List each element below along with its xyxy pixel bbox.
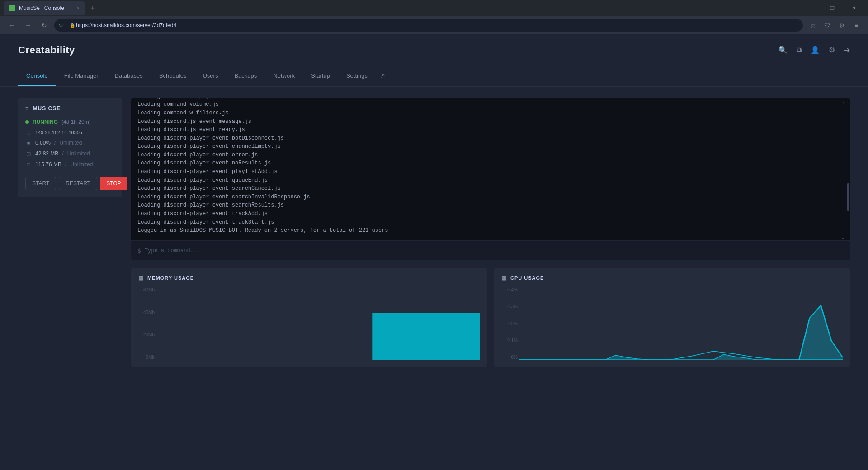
scroll-up-icon[interactable]: ⌃ — [841, 101, 845, 108]
back-button[interactable]: ← — [5, 19, 18, 32]
cpu-chart-icon: ▩ — [501, 275, 507, 281]
console-line: Loading discord-player event trackStart.… — [137, 218, 844, 227]
cpu-chart-svg — [519, 287, 843, 360]
svg-marker-12 — [713, 354, 756, 360]
cpu-chart-title: ▩ CPU USAGE — [501, 275, 843, 281]
browser-tab[interactable]: MusicSe | Console × — [4, 1, 85, 15]
console-scroll-area[interactable]: Loading command debug.jsLoading command … — [131, 98, 850, 240]
cpu-chart-label: CPU USAGE — [510, 275, 544, 281]
cpu-y-03: 0.3% — [501, 304, 518, 309]
start-button[interactable]: START — [25, 177, 56, 190]
nav-tabs: Console File Manager Databases Schedules… — [0, 66, 868, 87]
memory-y-labels: 60Mb 40Mb 20Mb 0Mb — [138, 287, 155, 360]
menu-icon[interactable]: ≡ — [850, 19, 863, 32]
browser-toolbar: ← → ↻ 🛡 🔒 ☆ 🛡 ⚙ ≡ — [0, 16, 868, 34]
window-controls: — ❐ ✕ — [800, 0, 864, 16]
console-input-area: $ — [131, 240, 850, 260]
server-card: ≡ MUSICSE RUNNING (4d 1h 20m) ☼ 149.28.1… — [18, 98, 122, 197]
memory-chart-title: ▩ MEMORY USAGE — [138, 275, 480, 281]
refresh-button[interactable]: ↻ — [38, 19, 51, 32]
cpu-stat: ■ 0.00% / Unlimited — [25, 140, 115, 146]
settings-icon[interactable]: ⚙ — [829, 46, 835, 54]
memory-chart-label: MEMORY USAGE — [147, 275, 194, 281]
extensions-icon[interactable]: ⚙ — [835, 19, 848, 32]
status-dot — [25, 120, 29, 124]
tab-network[interactable]: Network — [265, 66, 303, 86]
console-line: Loading discord-player event noResults.j… — [137, 159, 844, 168]
disk-icon: □ — [25, 162, 32, 167]
tab-startup[interactable]: Startup — [303, 66, 338, 86]
address-bar[interactable] — [54, 19, 803, 32]
cpu-chart-card: ▩ CPU USAGE 0.4% 0.3% 0.2% 0.1% 0% — [494, 268, 850, 367]
memory-chart-icon: ▩ — [138, 275, 144, 281]
console-area: Loading command debug.jsLoading command … — [131, 98, 850, 367]
cpu-y-0: 0% — [501, 355, 518, 360]
cpu-y-01: 0.1% — [501, 338, 518, 343]
scroll-down-icon[interactable]: ⌄ — [841, 234, 845, 240]
tab-users[interactable]: Users — [194, 66, 226, 86]
tab-backups[interactable]: Backups — [226, 66, 265, 86]
logout-icon[interactable]: ➔ — [844, 46, 850, 54]
address-bar-wrap: 🛡 🔒 — [54, 19, 803, 32]
tab-close-button[interactable]: × — [77, 6, 80, 11]
toolbar-actions: ☆ 🛡 ⚙ ≡ — [807, 19, 863, 32]
console-line: Loading discord-player event playlistAdd… — [137, 168, 844, 176]
cpu-icon: ■ — [25, 140, 32, 146]
star-icon[interactable]: ☆ — [807, 19, 819, 32]
cpu-y-labels: 0.4% 0.3% 0.2% 0.1% 0% — [501, 287, 518, 360]
browser-titlebar: MusicSe | Console × + — ❐ ✕ — [0, 0, 868, 16]
console-line: Loading discord-player event trackAdd.js — [137, 210, 844, 218]
tab-settings[interactable]: Settings — [338, 66, 376, 86]
memory-chart-area — [156, 287, 480, 360]
status-label: RUNNING — [33, 119, 58, 125]
console-input[interactable] — [145, 248, 844, 254]
disk-limit: Unlimited — [70, 161, 93, 168]
console-line: Loading discord-player event searchCance… — [137, 184, 844, 193]
console-line: Loading discord-player event error.js — [137, 151, 844, 160]
tab-console[interactable]: Console — [18, 66, 56, 86]
console-line: Loading discord-player event channelEmpt… — [137, 142, 844, 151]
scrollbar-thumb[interactable] — [847, 183, 849, 211]
restore-button[interactable]: ❐ — [822, 0, 843, 16]
tab-favicon — [9, 5, 15, 11]
ram-limit: Unlimited — [67, 150, 90, 157]
cpu-chart-wrapper: 0.4% 0.3% 0.2% 0.1% 0% — [501, 287, 843, 360]
console-line: Logged in as SnailDOS MUSIC BOT. Ready o… — [137, 226, 844, 235]
console-line: Loading command w-filters.js — [137, 109, 844, 118]
ram-value: 42.82 MB — [35, 150, 58, 157]
console-line: Loading discord-player event searchInval… — [137, 193, 844, 202]
account-icon[interactable]: 👤 — [811, 46, 820, 54]
cpu-chart-area — [519, 287, 843, 360]
console-line: Loading discord-player event queueEnd.js — [137, 176, 844, 185]
console-scrollbar — [846, 98, 850, 240]
console-line: Loading discord.js event message.js — [137, 118, 844, 126]
new-tab-button[interactable]: + — [87, 4, 99, 13]
cpu-value: 0.00% — [35, 140, 51, 146]
server-title-icon: ≡ — [25, 105, 29, 112]
restart-button[interactable]: RESTART — [59, 177, 97, 190]
external-link[interactable]: ↗ — [376, 66, 390, 86]
tab-databases[interactable]: Databases — [107, 66, 151, 86]
server-name: MUSICSE — [33, 105, 61, 112]
shield-toolbar-icon[interactable]: 🛡 — [821, 19, 834, 32]
stop-button[interactable]: STOP — [100, 177, 127, 190]
close-button[interactable]: ✕ — [844, 0, 864, 16]
disk-stat: □ 115.76 MB / Unlimited — [25, 161, 115, 168]
header-actions: 🔍 ⧉ 👤 ⚙ ➔ — [778, 46, 850, 54]
minimize-button[interactable]: — — [800, 0, 821, 16]
server-title: ≡ MUSICSE — [25, 105, 115, 112]
charts-row: ▩ MEMORY USAGE 60Mb 40Mb 20Mb 0Mb — [131, 268, 850, 367]
lock-icon: 🔒 — [70, 23, 75, 28]
status-stat: RUNNING (4d 1h 20m) — [25, 119, 115, 125]
forward-button[interactable]: → — [22, 19, 34, 32]
tab-file-manager[interactable]: File Manager — [56, 66, 107, 86]
disk-value: 115.76 MB — [35, 161, 61, 168]
search-icon[interactable]: 🔍 — [778, 46, 788, 54]
layers-icon[interactable]: ⧉ — [797, 46, 802, 54]
ip-stat: ☼ 149.28.162.14:10305 — [25, 130, 115, 135]
tab-schedules[interactable]: Schedules — [151, 66, 195, 86]
console-output: Loading command debug.jsLoading command … — [131, 98, 850, 260]
cpu-y-04: 0.4% — [501, 287, 518, 292]
app-header: Creatability 🔍 ⧉ 👤 ⚙ ➔ — [0, 34, 868, 66]
console-line: Loading command volume.js — [137, 100, 844, 109]
